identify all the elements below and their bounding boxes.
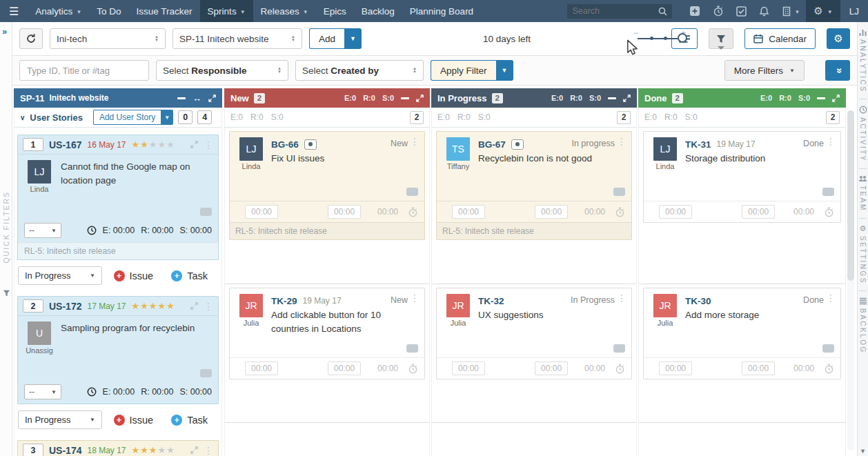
story-card[interactable]: 1 US-167 16 May 17 ★★★★★ ⋮ LJ Linda Cann… xyxy=(17,135,219,260)
quick-add-icon[interactable] xyxy=(683,6,707,17)
nav-planning-board[interactable]: Planning Board xyxy=(402,0,481,22)
assignee-avatar[interactable]: LJ xyxy=(653,137,677,161)
card-id-link[interactable]: BG-67 xyxy=(478,139,506,150)
comment-icon[interactable] xyxy=(406,188,418,196)
collapse-minus-icon[interactable] xyxy=(401,97,409,99)
board-settings-button[interactable]: ⚙ xyxy=(827,28,850,49)
add-issue-link[interactable]: +Issue xyxy=(114,415,154,426)
rail-analytics[interactable]: ANALYTICS xyxy=(859,29,867,92)
stopwatch-icon[interactable] xyxy=(615,207,625,217)
add-button[interactable]: Add xyxy=(309,28,344,49)
task-card[interactable]: LJ Linda TK-31 19 May 17 Storage distrib… xyxy=(643,131,841,223)
collapse-minus-icon[interactable] xyxy=(608,97,616,99)
nav-issue-tracker[interactable]: Issue Tracker xyxy=(129,0,200,22)
story-id-link[interactable]: US-172 xyxy=(49,301,81,312)
board-scrollbar[interactable] xyxy=(847,110,854,450)
search-icon[interactable] xyxy=(658,7,667,16)
global-search-input[interactable] xyxy=(572,6,658,16)
card-menu-icon[interactable]: ⋮ xyxy=(826,293,836,303)
card-size-slider[interactable]: − + xyxy=(633,31,690,46)
estimate-input[interactable]: 00:00 xyxy=(452,361,485,375)
rail-backlog[interactable]: BACKLOG xyxy=(859,297,867,354)
priority-select[interactable]: --▼ xyxy=(24,384,61,399)
task-card[interactable]: LJ Linda BG-66 Fix UI issues New ⋮ xyxy=(229,131,425,240)
card-id-link[interactable]: TK-32 xyxy=(478,296,504,306)
story-status-select[interactable]: In Progress▼ xyxy=(18,266,102,285)
comment-icon[interactable] xyxy=(613,188,625,196)
nav-analytics[interactable]: Analytics▼ xyxy=(28,0,89,22)
story-card[interactable]: 2 US-172 17 May 17 ★★★★★ ⋮ U Unassig Sam… xyxy=(17,296,219,404)
card-id-link[interactable]: BG-66 xyxy=(271,139,299,150)
collapse-minus-icon[interactable] xyxy=(817,97,825,99)
collapse-card-icon[interactable] xyxy=(190,141,198,148)
apply-filter-caret[interactable]: ▼ xyxy=(496,60,513,81)
priority-stars[interactable]: ★★★★★ xyxy=(132,301,175,311)
id-title-tag-input[interactable] xyxy=(19,60,149,81)
slider-track[interactable] xyxy=(638,38,678,39)
board-filter-button[interactable] xyxy=(709,28,733,49)
user-avatar[interactable]: LJ xyxy=(840,6,868,17)
estimate-input[interactable]: 00:00 xyxy=(245,205,278,219)
story-card[interactable]: 3 US-174 18 May 17 ★★★★★ ⋮ xyxy=(17,440,219,456)
nav-sprints[interactable]: Sprints▼ xyxy=(200,0,253,22)
collapse-filters-button[interactable]: « xyxy=(825,60,850,81)
estimate-input[interactable]: 00:00 xyxy=(245,361,278,375)
hamburger-menu-icon[interactable]: ☰ xyxy=(0,5,28,18)
slider-handle[interactable] xyxy=(678,33,687,43)
calendar-button[interactable]: Calendar xyxy=(744,28,816,49)
expand-diagonal-icon[interactable] xyxy=(623,95,631,102)
task-card[interactable]: JR Julia TK-32 UX suggestions In Progres… xyxy=(436,288,632,379)
notifications-bell-icon[interactable] xyxy=(753,6,776,17)
project-select[interactable]: Ini-tech ▲▼ xyxy=(50,28,166,49)
timer-icon[interactable] xyxy=(707,6,730,17)
card-id-link[interactable]: TK-30 xyxy=(685,296,711,306)
comment-icon[interactable] xyxy=(406,344,418,353)
assignee-avatar[interactable]: LJ xyxy=(28,160,51,184)
comment-icon[interactable] xyxy=(613,344,625,353)
nav-todo[interactable]: To Do xyxy=(89,0,128,22)
assignee-avatar[interactable]: JR xyxy=(446,294,470,317)
settings-menu[interactable]: ⚙ ▼ xyxy=(806,0,840,22)
collapse-card-icon[interactable] xyxy=(190,302,198,310)
add-user-story-caret[interactable]: ▼ xyxy=(161,110,173,125)
story-id-link[interactable]: US-167 xyxy=(49,139,81,150)
story-id-link[interactable]: US-174 xyxy=(49,445,81,456)
scrollbar-thumb[interactable] xyxy=(847,110,854,281)
add-dropdown-caret[interactable]: ▼ xyxy=(344,28,362,49)
stopwatch-icon[interactable] xyxy=(824,364,834,374)
apply-filter-button[interactable]: Apply Filter xyxy=(431,60,496,81)
filter-funnel-icon[interactable] xyxy=(3,290,10,297)
scroll-down-icon[interactable]: ▼ xyxy=(860,448,866,456)
task-card[interactable]: JR Julia TK-30 Add more storage Done ⋮ xyxy=(643,288,841,379)
card-menu-icon[interactable]: ⋮ xyxy=(204,140,213,150)
assignee-avatar[interactable]: TS xyxy=(446,137,470,161)
estimate-input[interactable]: 00:00 xyxy=(452,205,485,219)
comment-icon[interactable] xyxy=(822,188,834,196)
priority-stars[interactable]: ★★★★★ xyxy=(132,139,175,150)
remaining-input[interactable]: 00:00 xyxy=(535,361,568,375)
assignee-avatar[interactable]: JR xyxy=(239,294,263,317)
created-by-select[interactable]: Select Created by ▲▼ xyxy=(295,60,424,81)
assignee-avatar[interactable]: LJ xyxy=(239,137,263,161)
card-menu-icon[interactable]: ⋮ xyxy=(204,301,213,311)
remaining-input[interactable]: 00:00 xyxy=(742,205,775,219)
card-id-link[interactable]: TK-29 xyxy=(271,296,297,306)
tasks-check-icon[interactable] xyxy=(730,6,753,17)
card-id-link[interactable]: TK-31 xyxy=(685,139,711,150)
nav-backlog[interactable]: Backlog xyxy=(354,0,402,22)
assignee-avatar[interactable]: U xyxy=(28,321,51,345)
rail-activity[interactable]: ACTIVITY xyxy=(859,106,867,162)
responsible-select[interactable]: Select Responsible ▲▼ xyxy=(156,60,288,81)
refresh-button[interactable] xyxy=(19,28,43,49)
remaining-input[interactable]: 00:00 xyxy=(742,361,775,375)
story-count-toggle[interactable]: 4 xyxy=(197,110,212,124)
expand-rail-icon[interactable]: » xyxy=(2,26,7,37)
rail-settings[interactable]: ⚙ SETTINGS xyxy=(859,225,867,284)
expand-diagonal-icon[interactable] xyxy=(208,95,216,102)
record-icon[interactable] xyxy=(304,139,317,150)
card-menu-icon[interactable]: ⋮ xyxy=(826,137,836,146)
collapse-card-icon[interactable] xyxy=(190,446,198,454)
comment-icon[interactable] xyxy=(200,369,212,377)
organization-icon[interactable]: ▼ xyxy=(776,6,806,17)
remaining-input[interactable]: 00:00 xyxy=(328,205,361,219)
